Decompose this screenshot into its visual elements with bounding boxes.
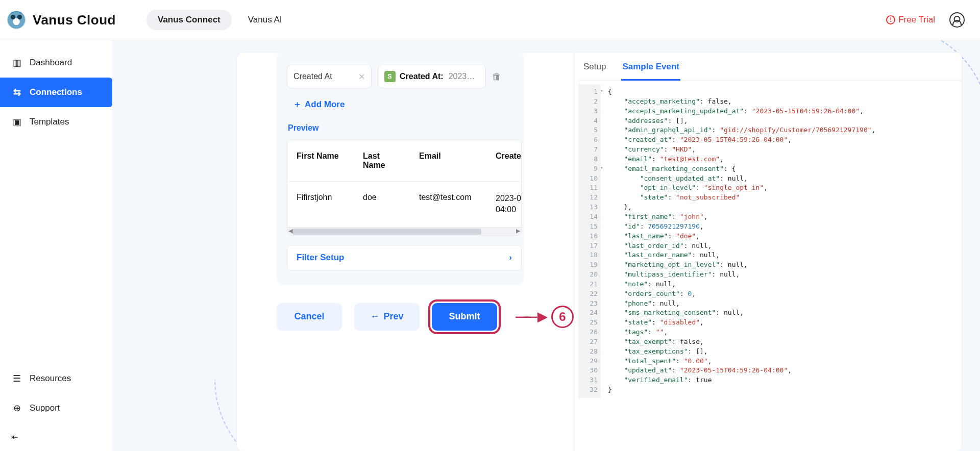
step-indicator: ──► 6 <box>516 303 574 331</box>
chip-label: Created At: <box>400 72 444 81</box>
tab-setup[interactable]: Setup <box>582 62 607 81</box>
clear-icon[interactable]: ✕ <box>358 72 365 82</box>
sidebar-item-templates[interactable]: ▣ Templates <box>0 107 112 137</box>
support-icon: ⊕ <box>11 403 22 414</box>
sidebar-label: Templates <box>30 117 69 127</box>
free-trial-label: Free Trial <box>898 15 935 25</box>
arrow-right-icon: ──► <box>516 307 548 327</box>
logo-icon <box>7 11 26 29</box>
submit-label: Submit <box>449 311 480 322</box>
alert-icon: ! <box>886 15 895 24</box>
left-pane: Created At ✕ Created At: 2023… 🗑 ＋ Add M… <box>237 53 574 451</box>
main-area: Created At ✕ Created At: 2023… 🗑 ＋ Add M… <box>112 40 980 451</box>
sidebar-item-connections[interactable]: ⇆ Connections <box>0 78 112 107</box>
plus-icon: ＋ <box>293 98 302 110</box>
sidebar: ▥ Dashboard ⇆ Connections ▣ Templates ☰ … <box>0 40 112 451</box>
cancel-button[interactable]: Cancel <box>277 303 342 331</box>
collapse-icon: ⇤ <box>11 433 18 441</box>
table-header: Created <box>486 140 522 182</box>
header: Vanus Cloud Vanus Connect Vanus AI ! Fre… <box>0 0 980 40</box>
field-chip-created-at[interactable]: Created At ✕ <box>287 65 372 88</box>
json-code: { "accepts_marketing": false, "accepts_m… <box>601 84 875 398</box>
json-viewer[interactable]: 12345678 910111213141516 171819202122232… <box>578 84 962 398</box>
scroll-right-icon: ▶ <box>516 228 520 234</box>
right-tabs: Setup Sample Event <box>578 62 962 81</box>
source-chip-created-at[interactable]: Created At: 2023… <box>378 65 486 88</box>
tab-vanus-ai[interactable]: Vanus AI <box>237 10 293 30</box>
tab-sample-event[interactable]: Sample Event <box>621 62 680 81</box>
step-number: 6 <box>551 306 574 328</box>
chip-value: 2023… <box>449 72 475 81</box>
table-cell: Fifirstjohn <box>287 182 354 227</box>
table-cell: doe <box>354 182 410 227</box>
account-icon[interactable] <box>949 12 965 28</box>
sidebar-collapse-button[interactable]: ⇤ <box>0 423 112 451</box>
logo[interactable]: Vanus Cloud <box>7 11 116 29</box>
scroll-left-icon: ◀ <box>288 228 292 234</box>
submit-button[interactable]: Submit <box>432 303 497 331</box>
mapping-row: Created At ✕ Created At: 2023… 🗑 <box>287 65 513 88</box>
content-card: Created At ✕ Created At: 2023… 🗑 ＋ Add M… <box>237 53 962 451</box>
sidebar-label: Resources <box>30 373 71 384</box>
table-header: Last Name <box>354 140 410 182</box>
add-more-button[interactable]: ＋ Add More <box>293 98 513 110</box>
sidebar-label: Support <box>30 403 60 413</box>
preview-table: First Name Last Name Email Created Fifir… <box>287 140 522 236</box>
horizontal-scrollbar[interactable]: ◀ ▶ <box>287 227 521 235</box>
header-tabs: Vanus Connect Vanus AI <box>146 10 293 30</box>
sidebar-item-resources[interactable]: ☰ Resources <box>0 364 112 393</box>
arrow-left-icon: ← <box>371 311 380 322</box>
mapping-card: Created At ✕ Created At: 2023… 🗑 ＋ Add M… <box>277 53 524 285</box>
filter-setup-button[interactable]: Filter Setup › <box>287 245 522 270</box>
brand-name: Vanus Cloud <box>33 12 116 28</box>
chip-label: Created At <box>293 72 332 81</box>
line-gutter: 12345678 910111213141516 171819202122232… <box>578 84 601 398</box>
prev-label: Prev <box>384 311 404 322</box>
table-cell: 2023-05 15T04:59 04:00 <box>486 182 522 227</box>
sidebar-item-dashboard[interactable]: ▥ Dashboard <box>0 48 112 78</box>
table-header: First Name <box>287 140 354 182</box>
connections-icon: ⇆ <box>11 87 22 98</box>
filter-setup-label: Filter Setup <box>297 253 345 263</box>
dashboard-icon: ▥ <box>11 57 22 68</box>
cancel-label: Cancel <box>295 311 325 322</box>
table-row: Fifirstjohn doe test@test.com 2023-05 15… <box>287 182 522 227</box>
delete-row-button[interactable]: 🗑 <box>492 71 501 82</box>
table-header: Email <box>410 140 486 182</box>
chevron-right-icon: › <box>509 253 512 263</box>
shopify-icon <box>384 71 396 82</box>
table-cell: test@test.com <box>410 182 486 227</box>
prev-button[interactable]: ← Prev <box>354 303 420 331</box>
tab-vanus-connect[interactable]: Vanus Connect <box>146 10 232 30</box>
right-pane: Setup Sample Event 12345678 910111213141… <box>574 53 962 451</box>
add-more-label: Add More <box>305 99 345 110</box>
sidebar-label: Dashboard <box>30 58 72 68</box>
sidebar-item-support[interactable]: ⊕ Support <box>0 393 112 423</box>
resources-icon: ☰ <box>11 373 22 384</box>
free-trial-badge[interactable]: ! Free Trial <box>886 15 935 25</box>
sidebar-label: Connections <box>30 87 82 97</box>
wizard-buttons: Cancel ← Prev Submit ──► 6 <box>277 303 574 331</box>
preview-label: Preview <box>288 123 513 133</box>
templates-icon: ▣ <box>11 116 22 128</box>
